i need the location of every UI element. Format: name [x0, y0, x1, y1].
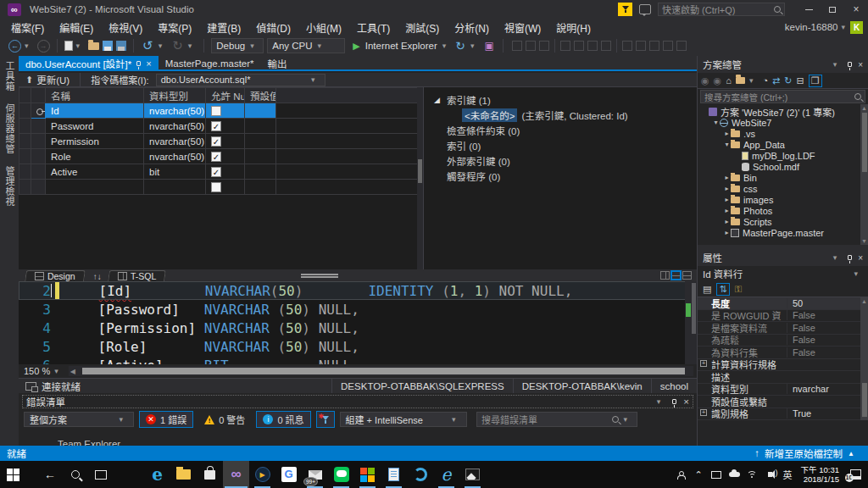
pin-icon[interactable]: [672, 399, 676, 404]
google-icon[interactable]: G: [275, 461, 302, 488]
column-name-cell[interactable]: Id: [46, 103, 144, 119]
notes-icon[interactable]: [381, 461, 407, 488]
column-name-cell[interactable]: Password: [46, 119, 144, 134]
column-name-cell[interactable]: Role: [46, 149, 144, 164]
photos-icon[interactable]: [459, 461, 486, 488]
solution-tree-scrollbar[interactable]: ▲▼: [860, 104, 868, 245]
allow-null-cell[interactable]: ✓: [206, 134, 245, 149]
solution-explorer-header[interactable]: 方案總管 ▾ ×: [698, 56, 868, 73]
login-name[interactable]: DESKTOP-OTABBAK\kevin: [513, 379, 651, 394]
menu-item[interactable]: 測試(S): [398, 19, 447, 36]
swap-panes-icon[interactable]: ↑↓: [93, 272, 102, 281]
property-pages-icon[interactable]: ⚿: [735, 284, 742, 295]
column-name-cell[interactable]: Permission: [46, 134, 144, 149]
allow-null-cell[interactable]: [206, 103, 245, 119]
splitter-grip[interactable]: [301, 274, 338, 278]
tree-item[interactable]: ▸MasterPage.master: [698, 227, 868, 238]
close-tab-icon[interactable]: ×: [146, 58, 151, 69]
error-search-input[interactable]: 搜尋錯誤清單 ▾: [476, 412, 637, 427]
expander-icon[interactable]: ▸: [723, 229, 731, 236]
swirl-icon[interactable]: [407, 461, 433, 488]
tree-item[interactable]: ▸Photos: [698, 205, 868, 216]
properties-scrollbar[interactable]: ▲: [860, 297, 868, 420]
code-horizontal-scrollbar[interactable]: ◀: [69, 366, 693, 376]
quick-launch-input[interactable]: 快速啟動 (Ctrl+Q): [658, 3, 785, 16]
close-pane-icon[interactable]: ×: [858, 253, 863, 263]
sync-icon[interactable]: ⇄: [772, 75, 780, 86]
column-type-cell[interactable]: nvarchar(50): [144, 103, 206, 119]
property-value[interactable]: False: [787, 347, 868, 358]
expander-icon[interactable]: ▸: [723, 207, 731, 214]
build-intellisense-dropdown[interactable]: 組建 + IntelliSense▾: [340, 412, 467, 427]
property-value[interactable]: False: [787, 335, 868, 345]
save-all-icon[interactable]: [116, 41, 126, 51]
scroll-left-icon[interactable]: ◀: [70, 368, 75, 375]
undo-caret[interactable]: ▾: [159, 42, 163, 50]
code-line[interactable]: 2 [Id] NVARCHAR(50) IDENTITY (1, 1) NOT …: [19, 281, 697, 300]
expander-icon[interactable]: ◢: [434, 96, 442, 104]
side-tab-2[interactable]: 管理檢視: [3, 166, 16, 207]
tree-item[interactable]: ▸Scripts: [698, 216, 868, 227]
error-list-header[interactable]: 錯誤清單 ▾ ×: [22, 395, 693, 408]
expander-icon[interactable]: ▸: [723, 218, 731, 225]
default-value-cell[interactable]: [245, 180, 276, 195]
expander-icon[interactable]: ▾: [712, 119, 720, 126]
row-header-cell[interactable]: [19, 164, 31, 180]
error-scope-dropdown[interactable]: 整個方案▾: [24, 412, 134, 427]
server-name[interactable]: DESKTOP-OTABBAK\SQLEXPRESS: [331, 379, 513, 394]
tree-item[interactable]: ▸images: [698, 194, 868, 205]
property-value[interactable]: nvarchar: [787, 384, 868, 394]
menu-item[interactable]: 分析(N): [447, 19, 497, 36]
context-tree-item[interactable]: 觸發程序 (0): [434, 169, 697, 184]
preview-selected-icon[interactable]: ❐: [809, 75, 822, 87]
code-line[interactable]: 4 [Permission] NVARCHAR (50) NULL,: [19, 319, 697, 337]
navigate-back-caret[interactable]: ▾: [25, 42, 29, 50]
tree-item[interactable]: School.mdf: [698, 161, 868, 172]
property-value[interactable]: False: [787, 323, 868, 333]
expand-icon[interactable]: +: [700, 360, 707, 367]
expand-icon[interactable]: +: [700, 409, 707, 416]
menu-item[interactable]: 視窗(W): [497, 19, 548, 36]
navigate-back-icon[interactable]: ←: [8, 40, 21, 53]
se-back-icon[interactable]: ◉: [701, 75, 709, 86]
column-type-cell[interactable]: nvarchar(50): [144, 149, 206, 164]
redo-icon[interactable]: ↻: [170, 38, 185, 53]
allow-null-checkbox[interactable]: ✓: [211, 152, 221, 162]
database-name[interactable]: school: [651, 379, 697, 394]
categorized-icon[interactable]: ▤: [703, 284, 711, 295]
property-value[interactable]: 50: [787, 298, 868, 308]
menu-item[interactable]: 建置(B): [199, 19, 248, 36]
allow-null-cell[interactable]: ✓: [206, 149, 245, 164]
undo-icon[interactable]: ↺: [141, 38, 155, 53]
horizontal-split-button[interactable]: [671, 271, 681, 280]
solution-search-input[interactable]: 搜尋方案總管 (Ctrl+;): [700, 90, 865, 103]
menu-item[interactable]: 檢視(V): [101, 19, 150, 36]
input-language[interactable]: 英: [780, 461, 796, 488]
expander-icon[interactable]: ▸: [723, 174, 731, 181]
pane-menu-caret[interactable]: ▾: [657, 397, 661, 406]
allow-null-checkbox[interactable]: [211, 106, 221, 116]
add-to-source-control[interactable]: ↑ 新增至原始檔控制 ▲: [754, 446, 868, 460]
menu-item[interactable]: 檔案(F): [3, 19, 52, 36]
property-row[interactable]: 識別規格+True: [698, 408, 868, 421]
column-name-cell[interactable]: Active: [46, 164, 144, 180]
tree-item[interactable]: ▸Bin: [698, 172, 868, 183]
collapse-all-icon[interactable]: ⊟: [797, 75, 804, 86]
expander-icon[interactable]: ▸: [723, 130, 731, 137]
line-icon[interactable]: [328, 461, 354, 488]
taskbar-search-button[interactable]: [63, 461, 88, 488]
properties-object-selector[interactable]: Id 資料行 ▾: [698, 266, 868, 281]
close-pane-icon[interactable]: ×: [858, 60, 863, 69]
column-type-cell[interactable]: nvarchar(50): [144, 119, 206, 134]
grid-row[interactable]: [19, 180, 418, 195]
refresh-caret[interactable]: ▾: [470, 42, 475, 50]
code-line[interactable]: 5 [Role] NVARCHAR (50) NULL,: [19, 337, 697, 356]
tab-design[interactable]: Design: [25, 270, 86, 281]
row-header-cell[interactable]: [19, 119, 31, 134]
visual-studio-icon[interactable]: ∞: [223, 461, 249, 488]
default-value-cell[interactable]: [245, 149, 276, 164]
grid-row[interactable]: Idnvarchar(50): [19, 103, 418, 119]
tablet-icon[interactable]: [709, 461, 725, 488]
save-icon[interactable]: [103, 41, 113, 51]
row-header-cell[interactable]: [19, 103, 31, 119]
